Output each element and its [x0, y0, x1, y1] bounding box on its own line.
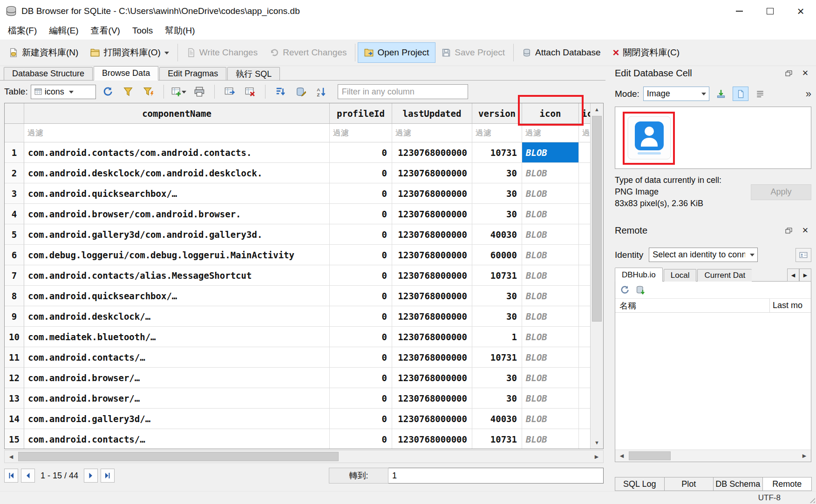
dock-tab-db-schema[interactable]: DB Schema	[713, 477, 763, 491]
cell-version[interactable]: 10731	[472, 142, 522, 163]
tab-scroll-right-button[interactable]: ▶	[799, 269, 811, 282]
cell-componentName[interactable]: com.android.contacts/…	[24, 429, 330, 449]
filter-input-profileId[interactable]: 過濾	[330, 124, 392, 142]
save-project-button[interactable]: Save Project	[435, 42, 511, 63]
tab-browse-data[interactable]: Browse Data	[94, 66, 158, 81]
cell-overflow[interactable]	[579, 327, 590, 347]
cell-version[interactable]: 30	[472, 306, 522, 327]
remote-column-last-modified[interactable]: Last mo	[770, 299, 811, 312]
remote-horizontal-scrollbar[interactable]: ◀ ▶	[615, 450, 811, 462]
cell-componentName[interactable]: com.android.browser/…	[24, 368, 330, 388]
copy-record-button[interactable]	[221, 83, 238, 100]
mode-select[interactable]: Image	[643, 87, 709, 101]
cell-version[interactable]: 1	[472, 327, 522, 347]
scroll-right-button[interactable]: ▶	[798, 450, 811, 462]
cell-lastUpdated[interactable]: 1230768000000	[392, 142, 472, 163]
tab-edit-pragmas[interactable]: Edit Pragmas	[159, 67, 226, 80]
new-database-button[interactable]: 新建資料庫(N)	[3, 42, 84, 63]
menu-view[interactable]: 查看(V)	[85, 22, 126, 40]
cell-version[interactable]: 30	[472, 368, 522, 388]
column-header-lastUpdated[interactable]: lastUpdated	[392, 103, 472, 124]
cell-lastUpdated[interactable]: 1230768000000	[392, 429, 472, 449]
close-panel-button[interactable]: ×	[799, 225, 811, 235]
cell-componentName[interactable]: com.android.contacts/com.android.contact…	[24, 142, 330, 163]
cell-overflow[interactable]	[579, 368, 590, 388]
cell-version[interactable]: 40030	[472, 224, 522, 245]
row-number[interactable]: 12	[5, 368, 24, 388]
dock-tab-remote[interactable]: Remote	[762, 477, 812, 491]
filter-any-column-input[interactable]	[338, 84, 468, 99]
previous-page-button[interactable]	[21, 469, 35, 483]
cell-lastUpdated[interactable]: 1230768000000	[392, 368, 472, 388]
row-number[interactable]: 11	[5, 347, 24, 368]
filter-input-componentName[interactable]: 過濾	[24, 124, 330, 142]
cell-componentName[interactable]: com.android.quicksearchbox/…	[24, 286, 330, 306]
table-select[interactable]: icons	[31, 85, 96, 99]
cell-componentName[interactable]: com.android.quicksearchbox/…	[24, 183, 330, 204]
cell-version[interactable]: 10731	[472, 265, 522, 286]
cell-version[interactable]: 40030	[472, 409, 522, 429]
revert-changes-button[interactable]: Revert Changes	[264, 42, 353, 63]
cell-icon[interactable]: BLOB	[522, 163, 579, 183]
filter-input-version[interactable]: 過濾	[472, 124, 522, 142]
minimize-button[interactable]	[724, 0, 755, 22]
tab-database-structure[interactable]: Database Structure	[4, 67, 93, 80]
cell-version[interactable]: 10731	[472, 347, 522, 368]
cell-overflow[interactable]	[579, 163, 590, 183]
tab-scroll-left-button[interactable]: ◀	[787, 269, 799, 282]
close-button[interactable]: ×	[785, 0, 816, 22]
identity-select[interactable]: Select an identity to conne	[649, 248, 758, 262]
cell-overflow[interactable]	[579, 224, 590, 245]
filter-input-icon[interactable]: 過濾	[522, 124, 579, 142]
column-header-componentName[interactable]: componentName	[24, 103, 330, 124]
cell-icon[interactable]: BLOB	[522, 183, 579, 204]
print-button[interactable]	[190, 83, 208, 100]
corner-header-cell[interactable]	[5, 103, 24, 124]
cell-componentName[interactable]: com.android.deskclock/com.android.deskcl…	[24, 163, 330, 183]
scroll-right-button[interactable]: ▶	[590, 450, 603, 463]
cell-lastUpdated[interactable]: 1230768000000	[392, 245, 472, 265]
vertical-scrollbar[interactable]: ▲ ▼	[590, 103, 603, 449]
toolbar-overflow-chevron[interactable]: »	[806, 88, 811, 100]
open-database-button[interactable]: 打開資料庫(O)	[84, 42, 175, 63]
apply-button[interactable]: Apply	[751, 184, 811, 200]
sort-az-button[interactable]: AZ	[313, 83, 330, 100]
tab-execute-sql[interactable]: 執行 SQL	[227, 67, 280, 80]
undock-panel-button[interactable]	[782, 225, 795, 235]
cell-icon[interactable]: BLOB	[522, 265, 579, 286]
cell-overflow[interactable]	[579, 409, 590, 429]
column-header-profileId[interactable]: profileId	[330, 103, 392, 124]
cell-version[interactable]: 30	[472, 286, 522, 306]
dock-tab-plot[interactable]: Plot	[664, 477, 714, 491]
cell-icon[interactable]: BLOB	[522, 388, 579, 409]
remote-clone-database-button[interactable]	[636, 285, 645, 295]
cell-profileId[interactable]: 0	[330, 163, 392, 183]
cell-overflow[interactable]	[579, 204, 590, 224]
cell-profileId[interactable]: 0	[330, 327, 392, 347]
identity-settings-button[interactable]	[796, 248, 811, 262]
cell-overflow[interactable]	[579, 245, 590, 265]
horizontal-scrollbar[interactable]: ◀ ▶	[4, 450, 604, 463]
scroll-down-button[interactable]: ▼	[591, 437, 603, 449]
cell-overflow[interactable]	[579, 265, 590, 286]
cell-profileId[interactable]: 0	[330, 142, 392, 163]
cell-profileId[interactable]: 0	[330, 388, 392, 409]
word-wrap-button[interactable]	[752, 87, 768, 101]
remote-refresh-button[interactable]	[620, 285, 629, 295]
cell-icon[interactable]: BLOB	[522, 245, 579, 265]
menu-tools[interactable]: Tools	[126, 22, 159, 40]
column-header-overflow[interactable]: ic	[579, 103, 590, 124]
remote-column-name[interactable]: 名稱	[615, 299, 770, 312]
cell-componentName[interactable]: com.android.contacts/…	[24, 347, 330, 368]
remote-scroll-thumb[interactable]	[629, 451, 671, 460]
cell-version[interactable]: 60000	[472, 245, 522, 265]
cell-componentName[interactable]: com.debug.loggerui/com.debug.loggerui.Ma…	[24, 245, 330, 265]
row-number[interactable]: 15	[5, 429, 24, 449]
cell-lastUpdated[interactable]: 1230768000000	[392, 163, 472, 183]
cell-profileId[interactable]: 0	[330, 429, 392, 449]
cell-lastUpdated[interactable]: 1230768000000	[392, 388, 472, 409]
row-number[interactable]: 13	[5, 388, 24, 409]
resize-grip[interactable]	[808, 496, 815, 503]
cell-profileId[interactable]: 0	[330, 368, 392, 388]
cell-lastUpdated[interactable]: 1230768000000	[392, 183, 472, 204]
